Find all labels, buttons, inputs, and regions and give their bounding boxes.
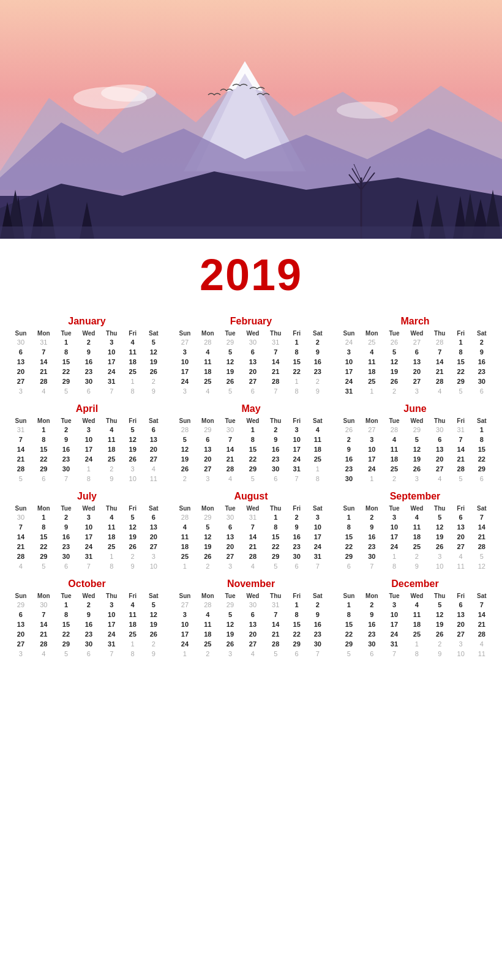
calendar-day: 2 (143, 376, 164, 386)
calendar-day: 7 (10, 435, 32, 444)
calendar-day: 5 (220, 386, 241, 396)
day-header-fri: Fri (451, 329, 471, 337)
calendar-day: 29 (405, 425, 429, 435)
calendar-day: 15 (338, 532, 360, 542)
month-name-december: December (338, 578, 492, 589)
calendar-day: 15 (451, 357, 471, 367)
calendar-day: 14 (265, 357, 287, 367)
calendar-day: 19 (122, 444, 143, 454)
calendar-day: 30 (265, 464, 287, 474)
day-header-mon: Mon (196, 417, 220, 425)
calendar-day: 14 (10, 444, 32, 454)
calendar-day: 6 (241, 386, 265, 396)
calendar-day: 29 (338, 552, 360, 561)
calendar-day: 18 (405, 619, 429, 629)
calendar-day: 18 (196, 629, 220, 639)
calendar-day: 4 (429, 386, 451, 396)
calendar-day: 23 (287, 542, 307, 552)
calendar-day: 3 (384, 512, 405, 522)
calendar-day: 25 (196, 639, 220, 649)
day-header-tue: Tue (384, 417, 405, 425)
day-header-tue: Tue (220, 592, 241, 600)
calendar-day: 6 (241, 347, 265, 357)
calendar-day: 5 (265, 561, 287, 571)
day-header-wed: Wed (241, 592, 265, 600)
month-august: AugustSunMonTueWedThuFriSat2829303112345… (169, 487, 333, 575)
calendar-day: 24 (338, 337, 360, 347)
calendar-day: 5 (143, 600, 164, 610)
calendar-day: 30 (220, 425, 241, 435)
calendar-day: 20 (196, 454, 220, 464)
calendar-day: 13 (196, 444, 220, 454)
calendar-day: 1 (56, 600, 77, 610)
calendar-day: 29 (10, 600, 32, 610)
calendar-day: 2 (101, 464, 122, 474)
calendar-day: 5 (429, 600, 451, 610)
day-header-fri: Fri (287, 504, 307, 512)
month-november: NovemberSunMonTueWedThuFriSat27282930311… (169, 575, 333, 662)
calendar-day: 9 (307, 610, 328, 619)
day-header-sun: Sun (174, 417, 196, 425)
calendar-day: 3 (174, 610, 196, 619)
calendar-day: 12 (122, 435, 143, 444)
calendar-day: 2 (338, 435, 360, 444)
calendar-day: 8 (338, 610, 360, 619)
calendar-day: 2 (265, 425, 287, 435)
calendar-day: 10 (360, 444, 384, 454)
year-section: 2019 (0, 239, 502, 306)
month-january: JanuarySunMonTueWedThuFriSat303112345678… (5, 312, 169, 400)
calendar-day: 22 (56, 367, 77, 376)
calendar-day: 4 (451, 552, 471, 561)
calendar-day: 22 (471, 454, 492, 464)
calendar-day: 18 (405, 532, 429, 542)
calendar-day: 6 (287, 561, 307, 571)
calendar-day: 1 (32, 512, 56, 522)
calendar-day: 30 (471, 376, 492, 386)
calendar-day: 9 (360, 610, 384, 619)
calendar-day: 6 (451, 600, 471, 610)
calendar-day: 3 (174, 386, 196, 396)
calendar-day: 14 (220, 444, 241, 454)
calendar-day: 14 (32, 357, 56, 367)
calendar-day: 9 (56, 435, 77, 444)
day-header-mon: Mon (360, 417, 384, 425)
calendar-day: 10 (77, 435, 101, 444)
day-header-fri: Fri (122, 504, 143, 512)
calendar-day: 29 (451, 376, 471, 386)
calendar-day: 1 (287, 337, 307, 347)
calendar-day: 23 (471, 367, 492, 376)
day-header-tue: Tue (56, 417, 77, 425)
day-header-tue: Tue (384, 329, 405, 337)
calendar-day: 29 (287, 639, 307, 649)
calendar-day: 6 (56, 561, 77, 571)
calendar-day: 28 (10, 552, 32, 561)
calendar-day: 13 (451, 522, 471, 532)
calendar-day: 24 (360, 464, 384, 474)
calendar-day: 30 (287, 552, 307, 561)
calendar-day: 9 (429, 649, 451, 659)
day-header-sat: Sat (471, 504, 492, 512)
calendar-day: 28 (32, 639, 56, 649)
calendar-day: 16 (360, 619, 384, 629)
calendar-day: 24 (307, 542, 328, 552)
calendar-day: 4 (10, 561, 32, 571)
calendar-day: 18 (101, 444, 122, 454)
calendar-day: 2 (196, 561, 220, 571)
calendar-day: 8 (77, 474, 101, 484)
day-header-sat: Sat (143, 504, 164, 512)
day-header-sun: Sun (10, 417, 32, 425)
calendar-day: 30 (429, 425, 451, 435)
month-name-august: August (174, 491, 328, 502)
calendar-day: 1 (360, 474, 384, 484)
calendar-day: 6 (220, 522, 241, 532)
day-header-wed: Wed (241, 417, 265, 425)
calendar-day: 11 (196, 619, 220, 629)
calendar-day: 7 (10, 522, 32, 532)
calendar-day: 30 (77, 376, 101, 386)
day-header-sat: Sat (471, 592, 492, 600)
calendar-day: 28 (265, 376, 287, 386)
calendar-day: 3 (101, 600, 122, 610)
day-header-wed: Wed (241, 329, 265, 337)
calendar-day: 9 (101, 474, 122, 484)
day-header-thu: Thu (265, 417, 287, 425)
